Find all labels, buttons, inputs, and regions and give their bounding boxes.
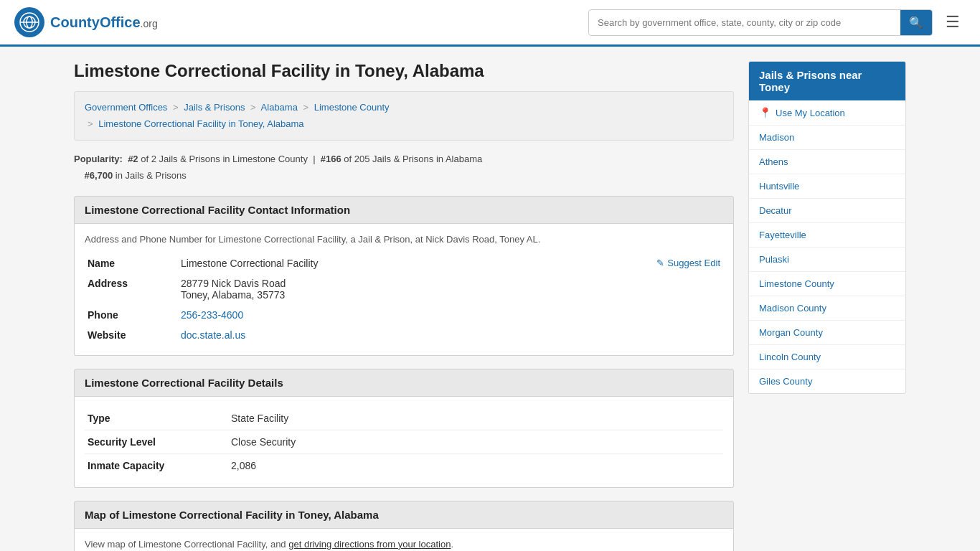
details-section-header: Limestone Correctional Facility Details	[74, 369, 734, 397]
sidebar-item-huntsville[interactable]: Huntsville	[749, 174, 905, 198]
table-row: Name Limestone Correctional Facility ✎ S…	[85, 253, 723, 273]
breadcrumb-gov-offices[interactable]: Government Offices	[85, 102, 167, 113]
search-bar: 🔍	[588, 9, 933, 36]
sidebar-item-decatur[interactable]: Decatur	[749, 199, 905, 222]
sidebar-box: Jails & Prisons near Toney 📍 Use My Loca…	[748, 61, 906, 394]
header: CountyOffice.org 🔍 ☰	[0, 0, 980, 47]
website-label: Website	[85, 325, 178, 345]
list-item: Fayetteville	[749, 223, 905, 248]
map-description: View map of Limestone Correctional Facil…	[85, 539, 723, 550]
breadcrumb: Government Offices > Jails & Prisons > A…	[74, 91, 734, 141]
rank3: #6,700	[84, 170, 113, 181]
search-input[interactable]	[589, 11, 900, 34]
driving-directions-link[interactable]: get driving directions from your locatio…	[288, 539, 451, 550]
content-area: Limestone Correctional Facility in Toney…	[74, 61, 734, 551]
list-item: Madison	[749, 126, 905, 150]
rank1-text: of 2 Jails & Prisons in Limestone County	[141, 154, 308, 164]
list-item: Morgan County	[749, 321, 905, 345]
search-icon: 🔍	[909, 17, 923, 29]
sidebar-title: Jails & Prisons near Toney	[749, 62, 905, 100]
table-row: Address 28779 Nick Davis Road Toney, Ala…	[85, 273, 723, 305]
phone-label: Phone	[85, 305, 178, 325]
capacity-label: Inmate Capacity	[85, 453, 228, 477]
contact-table: Name Limestone Correctional Facility ✎ S…	[85, 253, 723, 345]
use-my-location-link[interactable]: 📍 Use My Location	[749, 100, 905, 125]
sidebar-list: 📍 Use My Location Madison Athens Huntsvi…	[749, 100, 905, 393]
popularity: Popularity: #2 of 2 Jails & Prisons in L…	[74, 151, 734, 184]
phone-value: 256-233-4600	[178, 305, 723, 325]
edit-icon: ✎	[656, 258, 664, 268]
type-label: Type	[85, 407, 228, 430]
location-icon: 📍	[759, 107, 771, 118]
rank1: #2	[128, 154, 138, 164]
table-row: Type State Facility	[85, 407, 723, 430]
list-item: Pulaski	[749, 248, 905, 272]
main-container: Limestone Correctional Facility in Toney…	[60, 47, 920, 551]
table-row: Phone 256-233-4600	[85, 305, 723, 325]
header-right: 🔍 ☰	[588, 9, 966, 36]
contact-section-body: Address and Phone Number for Limestone C…	[74, 224, 734, 356]
website-link[interactable]: doc.state.al.us	[181, 329, 245, 341]
list-item: Huntsville	[749, 174, 905, 199]
sidebar-item-pulaski[interactable]: Pulaski	[749, 248, 905, 271]
logo-icon	[14, 7, 44, 37]
breadcrumb-limestone-county[interactable]: Limestone County	[314, 102, 390, 113]
menu-icon: ☰	[946, 13, 960, 31]
logo-area: CountyOffice.org	[14, 7, 158, 37]
type-value: State Facility	[228, 407, 723, 430]
table-row: Security Level Close Security	[85, 430, 723, 453]
rank2-text: of 205 Jails & Prisons in Alabama	[344, 154, 482, 164]
map-section-body: View map of Limestone Correctional Facil…	[74, 529, 734, 551]
sidebar-item-limestone-county[interactable]: Limestone County	[749, 272, 905, 296]
list-item: 📍 Use My Location	[749, 100, 905, 126]
name-label: Name	[85, 253, 178, 273]
sidebar-item-morgan-county[interactable]: Morgan County	[749, 321, 905, 344]
list-item: Madison County	[749, 296, 905, 321]
phone-link[interactable]: 256-233-4600	[181, 309, 243, 321]
page-title: Limestone Correctional Facility in Toney…	[74, 61, 734, 81]
list-item: Giles County	[749, 369, 905, 393]
table-row: Website doc.state.al.us	[85, 325, 723, 345]
website-value: doc.state.al.us	[178, 325, 723, 345]
sidebar-item-athens[interactable]: Athens	[749, 150, 905, 174]
rank3-text: in Jails & Prisons	[116, 170, 187, 181]
sidebar-item-madison[interactable]: Madison	[749, 126, 905, 149]
map-section-header: Map of Limestone Correctional Facility i…	[74, 501, 734, 529]
contact-description: Address and Phone Number for Limestone C…	[85, 234, 723, 245]
sidebar-item-lincoln-county[interactable]: Lincoln County	[749, 345, 905, 369]
sidebar: Jails & Prisons near Toney 📍 Use My Loca…	[748, 61, 906, 551]
security-label: Security Level	[85, 430, 228, 453]
address-label: Address	[85, 273, 178, 305]
contact-section-header: Limestone Correctional Facility Contact …	[74, 196, 734, 224]
name-value: Limestone Correctional Facility ✎ Sugges…	[178, 253, 723, 273]
table-row: Inmate Capacity 2,086	[85, 453, 723, 477]
breadcrumb-jails[interactable]: Jails & Prisons	[184, 102, 245, 113]
search-button[interactable]: 🔍	[900, 10, 932, 35]
sidebar-item-fayetteville[interactable]: Fayetteville	[749, 223, 905, 247]
suggest-edit-button[interactable]: ✎ Suggest Edit	[656, 258, 720, 268]
rank2: #166	[321, 154, 341, 164]
logo-text: CountyOffice.org	[50, 14, 158, 31]
list-item: Athens	[749, 150, 905, 174]
sidebar-item-madison-county[interactable]: Madison County	[749, 296, 905, 320]
menu-button[interactable]: ☰	[940, 10, 966, 34]
list-item: Lincoln County	[749, 345, 905, 369]
address-value: 28779 Nick Davis Road Toney, Alabama, 35…	[178, 273, 723, 305]
list-item: Limestone County	[749, 272, 905, 296]
security-value: Close Security	[228, 430, 723, 453]
sidebar-item-giles-county[interactable]: Giles County	[749, 369, 905, 393]
popularity-label: Popularity:	[74, 154, 123, 164]
breadcrumb-current[interactable]: Limestone Correctional Facility in Toney…	[98, 118, 303, 129]
list-item: Decatur	[749, 199, 905, 223]
capacity-value: 2,086	[228, 453, 723, 477]
details-section-body: Type State Facility Security Level Close…	[74, 397, 734, 488]
details-table: Type State Facility Security Level Close…	[85, 407, 723, 477]
breadcrumb-alabama[interactable]: Alabama	[261, 102, 298, 113]
